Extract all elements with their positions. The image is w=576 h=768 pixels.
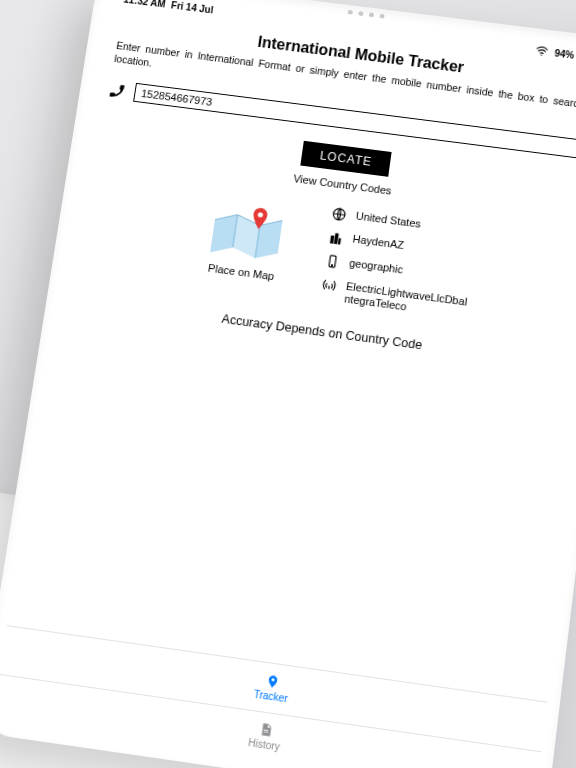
detail-city-value: HaydenAZ bbox=[352, 233, 405, 253]
map-icon bbox=[208, 206, 285, 263]
location-pin-icon bbox=[265, 672, 281, 690]
tab-label: History bbox=[247, 737, 280, 753]
status-time: 11:32 AM bbox=[123, 0, 166, 9]
phone-icon bbox=[108, 81, 126, 99]
map-caption: Place on Map bbox=[186, 259, 295, 285]
svg-rect-8 bbox=[330, 235, 335, 243]
lookup-details: United States HaydenAZ geo bbox=[320, 207, 481, 323]
device-front: 11:32 AM Fri 14 Jul 94% bbox=[0, 0, 576, 768]
svg-point-12 bbox=[331, 264, 332, 265]
detail-carrier-value: ElectricLightwaveLlcDbaIntegraTeleco bbox=[343, 280, 471, 323]
building-icon bbox=[328, 230, 344, 245]
svg-rect-10 bbox=[338, 238, 341, 244]
svg-rect-9 bbox=[334, 233, 339, 244]
status-date: Fri 14 Jul bbox=[170, 0, 214, 15]
mobile-icon bbox=[325, 253, 341, 268]
detail-carrier: ElectricLightwaveLlcDbaIntegraTeleco bbox=[320, 277, 472, 323]
detail-country-value: United States bbox=[355, 210, 422, 232]
locate-button[interactable]: LOCATE bbox=[301, 141, 391, 177]
map-pin-icon bbox=[253, 207, 269, 222]
svg-marker-4 bbox=[210, 212, 237, 255]
svg-point-2 bbox=[541, 54, 542, 55]
tab-label: Tracker bbox=[253, 688, 288, 704]
document-icon bbox=[258, 720, 274, 738]
detail-type-value: geographic bbox=[348, 256, 403, 276]
battery-percent: 94% bbox=[554, 47, 575, 60]
wifi-icon bbox=[535, 45, 550, 56]
globe-icon bbox=[331, 207, 347, 222]
place-on-map-button[interactable]: Place on Map bbox=[186, 204, 303, 285]
signal-icon bbox=[322, 277, 338, 292]
